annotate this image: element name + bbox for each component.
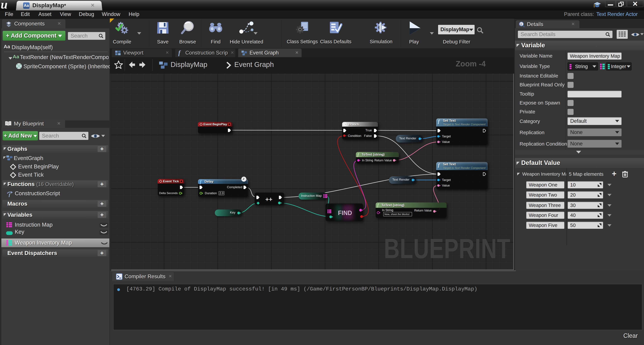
svg-text:f: f — [9, 192, 10, 197]
svg-text:i: i — [520, 22, 522, 26]
